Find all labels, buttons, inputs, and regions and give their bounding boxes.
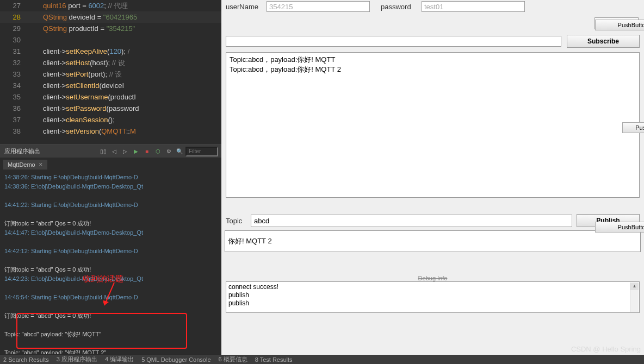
gear-icon[interactable]: ⚙ [164, 147, 174, 156]
attach-icon[interactable]: ⬡ [153, 147, 163, 156]
received-highlight-box [16, 313, 187, 349]
username-label: userName [226, 3, 261, 11]
back-icon[interactable]: ◁ [109, 147, 119, 156]
pushbutton-3[interactable]: PushButton [595, 222, 644, 233]
bottom-tab[interactable]: 5 QML Debugger Console [141, 356, 210, 363]
topic-label: Topic [226, 217, 246, 225]
bottom-tab[interactable]: 6 概要信息 [219, 355, 247, 363]
scrollbar[interactable]: ▲ [630, 283, 639, 312]
split-icon[interactable]: ▯▯ [98, 147, 108, 156]
stop-icon[interactable]: ■ [142, 147, 152, 156]
topic-input[interactable] [251, 215, 572, 227]
subscribe-topic-input[interactable] [226, 36, 561, 47]
debug-header: Debug Info [226, 275, 640, 281]
bottom-tab[interactable]: 3 应用程序输出 [57, 355, 97, 363]
password-label: password [381, 3, 416, 11]
bottom-tab-bar: 2 Search Results3 应用程序输出4 编译输出5 QML Debu… [0, 355, 644, 364]
bottom-tab[interactable]: 4 编译输出 [105, 355, 134, 363]
message-display: Topic:abcd，payload:你好! MQTTTopic:abcd，pa… [226, 52, 640, 198]
debug-output: connect success!publishpublish ▲ [226, 281, 640, 313]
subscribe-button[interactable]: Subscribe [567, 35, 640, 48]
forward-icon[interactable]: ▷ [120, 147, 130, 156]
username-input[interactable] [267, 1, 370, 12]
close-icon[interactable]: ✕ [39, 162, 43, 167]
output-tab-label: MqttDemo [8, 161, 35, 168]
password-input[interactable] [422, 1, 525, 12]
output-panel-header: 应用程序输出 ▯▯ ◁ ▷ ▶ ■ ⬡ ⚙ 🔍 [0, 145, 221, 158]
bottom-tab[interactable]: 8 Test Results [255, 356, 293, 363]
bottom-tab[interactable]: 2 Search Results [3, 356, 49, 363]
watermark: CSDN @ Hello Spring [571, 345, 641, 353]
pushbutton-1[interactable]: PushButton [595, 20, 644, 30]
search-icon: 🔍 [175, 147, 184, 156]
scroll-up-icon[interactable]: ▲ [630, 283, 639, 290]
code-editor[interactable]: 27 quint16 port = 6002; // 代理28 QString … [0, 0, 221, 145]
payload-input[interactable] [225, 230, 641, 252]
filter-input[interactable] [185, 147, 218, 156]
output-tab[interactable]: MqttDemo ✕ [3, 160, 47, 170]
pushbutton-2[interactable]: PushBut [622, 122, 644, 133]
run-icon[interactable]: ▶ [131, 147, 141, 156]
output-title: 应用程序输出 [0, 147, 98, 155]
